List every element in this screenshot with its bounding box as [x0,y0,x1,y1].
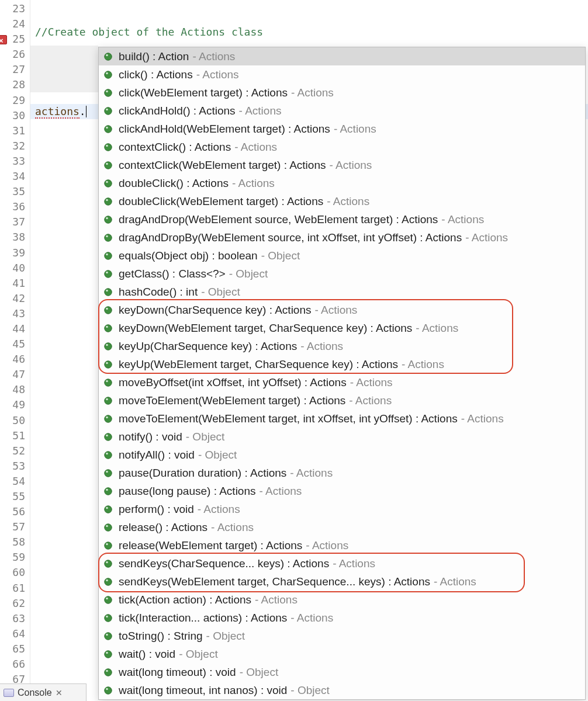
line-number-gutter: 2324252627282930313233343536373839404142… [0,0,30,701]
method-icon [103,143,113,152]
method-declaring-class: - Object [290,684,330,697]
svg-point-53 [106,525,108,527]
svg-point-28 [105,306,112,313]
svg-point-14 [105,179,112,186]
console-label: Console [18,688,52,698]
autocomplete-item[interactable]: keyUp(WebElement target, CharSequence ke… [99,355,585,373]
autocomplete-item[interactable]: doubleClick(WebElement target) : Actions… [99,192,585,210]
method-signature: moveByOffset(int xOffset, int yOffset) :… [119,376,347,389]
method-declaring-class: - Object [206,630,245,643]
autocomplete-item[interactable]: clickAndHold(WebElement target) : Action… [99,120,585,138]
comment-text: //Create object of the Actions class [35,26,263,38]
autocomplete-item[interactable]: keyUp(CharSequence key) : Actions - Acti… [99,337,585,355]
method-signature: wait(long timeout, int nanos) : void [119,684,287,697]
svg-point-6 [105,107,112,114]
autocomplete-item[interactable]: contextClick() : Actions - Actions [99,138,585,156]
autocomplete-item[interactable]: dragAndDrop(WebElement source, WebElemen… [99,210,585,228]
autocomplete-item[interactable]: moveByOffset(int xOffset, int yOffset) :… [99,373,585,391]
method-icon [103,577,113,587]
method-declaring-class: - Object [186,431,225,443]
autocomplete-item[interactable]: release() : Actions - Actions [99,518,585,536]
autocomplete-item[interactable]: toString() : String - Object [99,627,585,645]
console-tab[interactable]: Console ✕ [0,683,87,701]
close-icon[interactable]: ✕ [56,688,63,697]
method-icon [103,523,113,532]
svg-point-17 [106,199,108,201]
method-declaring-class: - Actions [196,68,239,81]
method-icon [103,469,113,478]
method-declaring-class: - Actions [239,105,282,117]
method-declaring-class: - Actions [255,594,298,606]
method-signature: keyDown(CharSequence key) : Actions [119,304,312,317]
autocomplete-item[interactable]: tick(Action action) : Actions - Actions [99,591,585,609]
method-icon [103,197,113,206]
autocomplete-item[interactable]: contextClick(WebElement target) : Action… [99,156,585,174]
method-signature: notifyAll() : void [119,449,195,461]
code-line: //Create object of the Actions class [30,25,588,40]
svg-point-27 [106,289,108,291]
method-signature: wait(long timeout) : void [119,666,236,679]
autocomplete-item[interactable]: pause(long pause) : Actions - Actions [99,482,585,500]
svg-point-42 [105,433,112,440]
autocomplete-item[interactable]: sendKeys(CharSequence... keys) : Actions… [99,554,585,572]
autocomplete-item[interactable]: moveToElement(WebElement target) : Actio… [99,391,585,410]
method-signature: sendKeys(WebElement target, CharSequence… [119,575,430,588]
svg-point-32 [105,342,112,349]
autocomplete-item[interactable]: tick(Interaction... actions) : Actions -… [99,609,585,627]
line-number: 66 [0,657,30,672]
svg-point-3 [106,72,108,74]
line-number: 36 [0,199,30,214]
autocomplete-item[interactable]: wait() : void - Object [99,645,585,663]
line-number: 44 [0,321,30,336]
svg-point-33 [106,343,108,346]
autocomplete-item[interactable]: doubleClick() : Actions - Actions [99,174,585,192]
method-declaring-class: - Actions [441,213,484,226]
autocomplete-item[interactable]: click(WebElement target) : Actions - Act… [99,84,585,102]
svg-point-29 [106,307,108,310]
folded-region-bg [30,46,98,92]
method-signature: moveToElement(WebElement target, int xOf… [119,412,458,425]
autocomplete-item[interactable]: clickAndHold() : Actions - Actions [99,102,585,120]
svg-point-15 [106,181,108,183]
autocomplete-item[interactable]: build() : Action - Actions [99,47,585,65]
autocomplete-item[interactable]: wait(long timeout, int nanos) : void - O… [99,681,585,699]
method-declaring-class: - Actions [434,575,476,588]
autocomplete-item[interactable]: click() : Actions - Actions [99,65,585,84]
method-icon [103,233,113,242]
autocomplete-item[interactable]: perform() : void - Actions [99,500,585,518]
svg-point-64 [105,632,112,639]
method-signature: keyDown(WebElement target, CharSequence … [119,322,412,335]
autocomplete-item[interactable]: dragAndDropBy(WebElement source, int xOf… [99,228,585,247]
autocomplete-popup[interactable]: build() : Action - Actionsclick() : Acti… [98,47,586,700]
svg-point-70 [105,686,112,693]
method-declaring-class: - Actions [350,376,393,389]
autocomplete-item[interactable]: keyDown(WebElement target, CharSequence … [99,319,585,337]
autocomplete-item[interactable]: wait(long timeout) : void - Object [99,663,585,681]
autocomplete-item[interactable]: notifyAll() : void - Object [99,446,585,464]
line-number: 62 [0,596,30,611]
svg-point-0 [105,53,112,60]
svg-point-66 [105,650,112,657]
autocomplete-item[interactable]: keyDown(CharSequence key) : Actions - Ac… [99,301,585,319]
autocomplete-item[interactable]: getClass() : Class<?> - Object [99,265,585,283]
svg-point-50 [105,505,112,512]
autocomplete-item[interactable]: pause(Duration duration) : Actions - Act… [99,464,585,482]
method-icon [103,414,113,424]
line-number: 49 [0,397,30,412]
line-number: 41 [0,276,30,291]
line-number: 65 [0,641,30,657]
autocomplete-item[interactable]: release(WebElement target) : Actions - A… [99,536,585,554]
line-number: 50 [0,413,30,428]
line-number: 35 [0,184,30,199]
autocomplete-item[interactable]: sendKeys(WebElement target, CharSequence… [99,572,585,591]
method-signature: click() : Actions [119,68,193,81]
line-number: 39 [0,245,30,261]
svg-point-8 [105,125,112,132]
line-number: 40 [0,261,30,276]
svg-point-35 [106,362,108,364]
autocomplete-item[interactable]: equals(Object obj) : boolean - Object [99,247,585,265]
autocomplete-item[interactable]: moveToElement(WebElement target, int xOf… [99,410,585,428]
console-icon [4,689,14,697]
autocomplete-item[interactable]: notify() : void - Object [99,428,585,446]
autocomplete-item[interactable]: hashCode() : int - Object [99,283,585,301]
